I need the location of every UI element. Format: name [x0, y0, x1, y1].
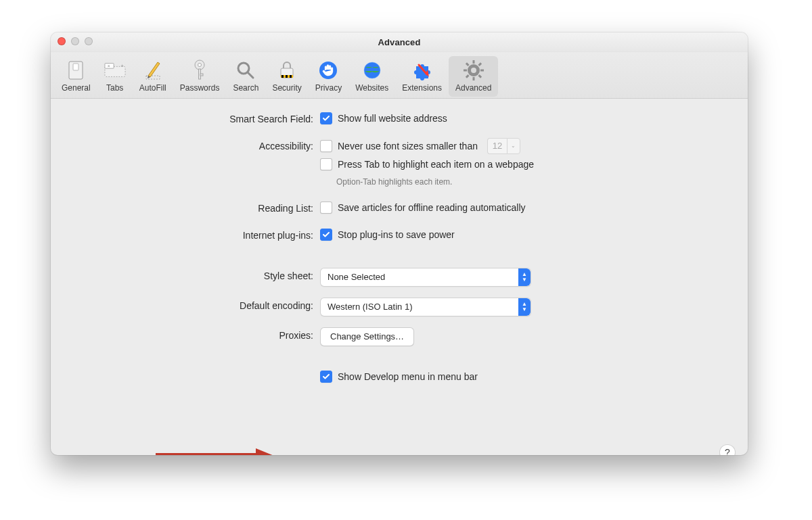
chevron-up-down-icon: ▲▼ — [518, 268, 531, 286]
window-title: Advanced — [378, 37, 421, 47]
smart-search-label: Smart Search Field: — [59, 111, 320, 127]
preferences-toolbar: General × + Tabs Au — [51, 52, 748, 99]
tab-label: Security — [272, 83, 301, 93]
svg-text:×: × — [107, 64, 110, 68]
window-minimize-icon — [71, 37, 79, 45]
lock-icon — [276, 59, 298, 82]
tab-label: Privacy — [315, 83, 342, 93]
key-icon — [189, 59, 210, 82]
svg-rect-29 — [480, 70, 484, 72]
svg-point-10 — [198, 64, 202, 67]
tab-security[interactable]: Security — [265, 56, 308, 97]
option-tab-hint: Option-Tab highlights each item. — [320, 174, 452, 189]
tab-label: AutoFill — [139, 83, 166, 93]
min-font-label: Never use font sizes smaller than — [338, 139, 478, 153]
tab-advanced[interactable]: Advanced — [449, 56, 498, 97]
window-close-icon[interactable] — [58, 37, 66, 45]
chevron-up-down-icon: ⌄ — [507, 138, 520, 154]
tab-general[interactable]: General — [55, 56, 97, 97]
press-tab-label: Press Tab to highlight each item on a we… — [338, 157, 534, 172]
window-zoom-icon — [85, 37, 93, 45]
gear-icon — [463, 59, 484, 82]
globe-icon — [361, 59, 383, 82]
help-label: ? — [725, 447, 730, 455]
encoding-select[interactable]: Western (ISO Latin 1) ▲▼ — [320, 298, 531, 316]
tab-tabs[interactable]: × + Tabs — [97, 56, 133, 97]
svg-rect-30 — [466, 62, 470, 66]
switch-icon — [65, 59, 87, 82]
accessibility-label: Accessibility: — [59, 138, 320, 154]
show-develop-checkbox[interactable] — [320, 371, 332, 383]
svg-rect-26 — [472, 60, 474, 64]
svg-marker-7 — [148, 62, 160, 77]
svg-rect-32 — [478, 62, 482, 66]
min-font-value: 12 — [487, 138, 507, 154]
tab-label: Extensions — [402, 83, 442, 93]
change-settings-button[interactable]: Change Settings… — [320, 327, 414, 346]
advanced-pane: Smart Search Field: Show full website ad… — [51, 99, 748, 455]
tab-passwords[interactable]: Passwords — [173, 56, 227, 97]
tab-search[interactable]: Search — [226, 56, 265, 97]
svg-rect-28 — [464, 70, 467, 72]
tab-label: General — [62, 83, 91, 93]
tab-label: Advanced — [455, 83, 491, 93]
encoding-value: Western (ISO Latin 1) — [321, 300, 518, 314]
tab-label: Websites — [355, 83, 388, 93]
stop-plugins-checkbox[interactable] — [320, 229, 332, 241]
change-settings-label: Change Settings… — [330, 329, 404, 344]
press-tab-checkbox[interactable] — [320, 158, 332, 170]
help-button[interactable]: ? — [719, 444, 736, 455]
svg-rect-19 — [286, 75, 288, 78]
pencil-icon — [142, 59, 164, 82]
stop-plugins-label: Stop plug-ins to save power — [338, 227, 455, 242]
save-offline-checkbox[interactable] — [320, 202, 332, 214]
tab-extensions[interactable]: Extensions — [395, 56, 449, 97]
show-full-address-label: Show full website address — [338, 111, 447, 126]
tab-privacy[interactable]: Privacy — [309, 56, 348, 97]
style-sheet-label: Style sheet: — [59, 268, 320, 284]
svg-rect-27 — [472, 77, 474, 80]
tab-label: Tabs — [106, 83, 123, 93]
plugins-label: Internet plug-ins: — [59, 227, 320, 243]
svg-rect-12 — [200, 74, 203, 76]
hand-icon — [317, 59, 339, 82]
proxies-label: Proxies: — [59, 327, 320, 344]
tab-label: Search — [233, 83, 258, 93]
titlebar: Advanced — [51, 32, 748, 52]
annotation-arrow-icon — [156, 447, 274, 455]
show-develop-label: Show Develop menu in menu bar — [338, 369, 478, 384]
svg-rect-1 — [73, 64, 78, 70]
tab-label: Passwords — [180, 83, 220, 93]
tabs-icon: × + — [104, 59, 126, 82]
svg-rect-33 — [466, 74, 470, 78]
svg-rect-31 — [478, 74, 482, 78]
min-font-checkbox[interactable] — [320, 140, 332, 152]
svg-point-34 — [471, 68, 476, 73]
tab-websites[interactable]: Websites — [348, 56, 395, 97]
svg-point-21 — [319, 62, 337, 79]
svg-line-14 — [248, 72, 253, 78]
puzzle-icon — [411, 59, 433, 82]
style-sheet-value: None Selected — [321, 270, 518, 285]
min-font-stepper: 12 ⌄ — [487, 138, 520, 154]
chevron-up-down-icon: ▲▼ — [518, 298, 531, 316]
show-full-address-checkbox[interactable] — [320, 112, 332, 124]
tab-autofill[interactable]: AutoFill — [133, 56, 173, 97]
style-sheet-select[interactable]: None Selected ▲▼ — [320, 268, 531, 287]
save-offline-label: Save articles for offline reading automa… — [338, 200, 526, 215]
encoding-label: Default encoding: — [59, 298, 320, 314]
svg-marker-36 — [256, 448, 274, 455]
svg-text:+: + — [120, 63, 124, 69]
preferences-window: Advanced General × + Tabs — [51, 32, 748, 455]
reading-list-label: Reading List: — [59, 200, 320, 216]
window-controls — [58, 37, 93, 45]
svg-rect-20 — [290, 75, 292, 78]
svg-rect-18 — [281, 75, 284, 78]
search-icon — [235, 59, 256, 82]
